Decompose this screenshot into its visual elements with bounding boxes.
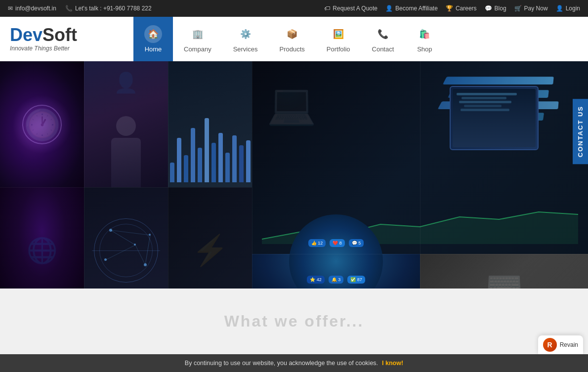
email-link[interactable]: ✉ info@devsoft.in <box>8 5 56 12</box>
contact-tab-text: CONTACT US <box>577 106 584 157</box>
what-we-offer-text: What we offer... <box>224 312 364 331</box>
social-bubble: 👍 12 <box>308 239 326 247</box>
nav-company[interactable]: 🏢 Company <box>173 17 222 61</box>
person-at-desk-icon: 💻 <box>267 81 316 127</box>
email-text: info@devsoft.in <box>15 5 56 12</box>
social-bubble: ⭐ 42 <box>307 276 325 284</box>
contact-icon: 📞 <box>374 25 392 43</box>
logo-area: DevSoft Innovate Things Better <box>0 26 133 52</box>
nav-portfolio-label: Portfolio <box>327 45 350 53</box>
bar-7 <box>218 133 223 182</box>
topbar-left: ✉ info@devsoft.in 📞 Let's talk : +91-960… <box>8 5 152 12</box>
bar-0 <box>170 163 174 182</box>
horizontal-divider-2 <box>252 254 588 254</box>
blog-text: Blog <box>495 5 506 12</box>
vertical-divider-5 <box>420 61 420 313</box>
svg-line-2 <box>111 230 150 235</box>
code-line <box>464 105 502 107</box>
cookie-notice: By continuing to use our website, you ac… <box>0 354 588 372</box>
request-quote-link[interactable]: 🏷 Request A Quote <box>324 5 378 12</box>
nav-shop[interactable]: 🛍️ Shop <box>405 17 444 61</box>
network-lines-svg <box>94 219 158 282</box>
become-affiliate-text: Become Affiliate <box>395 5 438 12</box>
svg-line-1 <box>106 245 135 260</box>
nav-products[interactable]: 📦 Products <box>269 17 316 61</box>
affiliate-icon: 👤 <box>385 5 393 12</box>
hero-person-cell: 👤 <box>84 61 168 187</box>
social-bubble: 💬 5 <box>349 239 364 247</box>
bar-4 <box>198 148 202 182</box>
nav-home-label: Home <box>145 45 162 53</box>
phone-icon: 📞 <box>65 5 73 12</box>
social-bubble: ❤️ 8 <box>330 239 345 247</box>
blog-link[interactable]: 💬 Blog <box>485 5 506 12</box>
login-link[interactable]: 👤 Login <box>556 5 580 12</box>
vertical-divider-3 <box>252 61 252 313</box>
screen-content <box>453 89 536 115</box>
email-icon: ✉ <box>8 5 13 12</box>
logo: DevSoft Innovate Things Better <box>10 26 77 52</box>
hero-section: 🕐 👤 <box>0 61 588 313</box>
bar-8 <box>225 153 230 182</box>
person-shape <box>111 116 141 187</box>
hero-barchart-cell <box>168 61 252 187</box>
quote-icon: 🏷 <box>324 5 330 12</box>
bar-10 <box>239 145 244 182</box>
nav-contact-label: Contact <box>372 45 394 53</box>
user-icon: 👤 <box>556 5 563 12</box>
logo-soft: Soft <box>42 25 77 45</box>
nav-portfolio[interactable]: 🖼️ Portfolio <box>316 17 361 61</box>
bar-chart <box>170 108 251 182</box>
services-icon: ⚙️ <box>237 25 254 43</box>
careers-icon: 🏆 <box>446 5 453 12</box>
revain-widget[interactable]: R Revain <box>538 335 583 354</box>
iso-layer-1 <box>443 77 554 84</box>
svg-line-3 <box>145 235 150 265</box>
nav-shop-label: Shop <box>417 45 432 53</box>
code-line <box>462 97 506 99</box>
logo-dev: Dev <box>10 25 42 45</box>
phone-text: Let's talk : +91-960 7788 222 <box>75 5 152 12</box>
clock-emoji: 🕐 <box>24 107 61 142</box>
nav-products-label: Products <box>280 45 305 53</box>
svg-line-4 <box>135 245 145 265</box>
revain-label: Revain <box>560 341 578 348</box>
monitor-shape <box>450 86 539 150</box>
logo-tagline: Innovate Things Better <box>10 45 77 52</box>
revain-icon: R <box>543 338 557 352</box>
cookie-accept-link[interactable]: I know! <box>382 360 403 367</box>
cart-icon: 🛒 <box>514 5 522 12</box>
careers-link[interactable]: 🏆 Careers <box>446 5 477 12</box>
careers-text: Careers <box>456 5 477 12</box>
company-icon: 🏢 <box>189 25 207 43</box>
globe <box>94 218 158 283</box>
person-head <box>116 116 136 136</box>
nav-company-label: Company <box>184 45 211 53</box>
hero-clock-cell: 🕐 <box>0 61 84 187</box>
portfolio-icon: 🖼️ <box>330 25 347 43</box>
social-bubble: ✅ 87 <box>347 276 365 284</box>
home-icon: 🏠 <box>144 25 162 43</box>
bar-6 <box>211 143 216 182</box>
code-line <box>457 93 517 95</box>
topbar: ✉ info@devsoft.in 📞 Let's talk : +91-960… <box>0 0 588 17</box>
horizontal-divider-1 <box>0 187 252 188</box>
phone-link[interactable]: 📞 Let's talk : +91-960 7788 222 <box>65 5 152 12</box>
nav-services[interactable]: ⚙️ Services <box>222 17 269 61</box>
nav-contact[interactable]: 📞 Contact <box>361 17 405 61</box>
shop-icon: 🛍️ <box>416 25 433 43</box>
logo-name: DevSoft <box>10 26 77 44</box>
nav-home[interactable]: 🏠 Home <box>133 17 173 61</box>
code-line <box>459 101 511 103</box>
pay-now-link[interactable]: 🛒 Pay Now <box>514 5 548 12</box>
network-dots <box>94 219 158 282</box>
below-hero-section: What we offer... <box>0 289 588 354</box>
contact-us-tab[interactable]: CONTACT US <box>573 99 588 164</box>
blog-icon: 💬 <box>485 5 492 12</box>
monitor-screen <box>453 89 536 147</box>
navbar: DevSoft Innovate Things Better 🏠 Home 🏢 … <box>0 17 588 61</box>
bar-2 <box>184 155 188 182</box>
bar-11 <box>246 140 251 182</box>
person-icon: 👤 <box>89 71 163 94</box>
become-affiliate-link[interactable]: 👤 Become Affiliate <box>385 5 438 12</box>
